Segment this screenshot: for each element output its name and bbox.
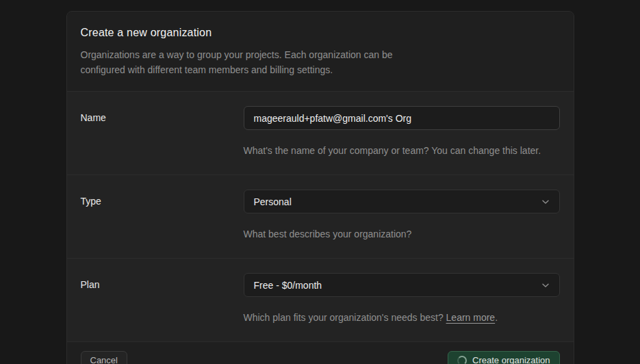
create-organization-button[interactable]: Create organization [448,351,559,364]
plan-helper-question: Which plan fits your organization's need… [244,312,444,323]
chevron-down-icon [540,196,551,207]
learn-more-link[interactable]: Learn more [446,312,496,323]
type-label: Type [81,196,101,207]
dialog-footer: Cancel Create organization [67,342,574,364]
create-organization-button-label: Create organization [472,355,550,364]
dialog-description: Organizations are a way to group your pr… [81,47,409,77]
cancel-button-label: Cancel [90,355,118,364]
page-title: Create a new organization [81,27,560,39]
dialog-header: Create a new organization Organizations … [67,12,574,92]
plan-helper-text: Which plan fits your organization's need… [244,310,560,325]
type-selected-value: Personal [254,196,292,207]
plan-label: Plan [81,279,100,290]
type-section: Type Personal What best describes your o… [67,175,574,259]
plan-helper-suffix: . [495,312,498,323]
organization-name-input[interactable] [244,106,560,130]
create-organization-dialog: Create a new organization Organizations … [66,11,574,364]
loading-spinner-icon [457,356,467,364]
name-label: Name [81,112,106,123]
plan-selected-value: Free - $0/month [254,280,322,291]
name-section: Name What's the name of your company or … [67,92,574,175]
name-helper-text: What's the name of your company or team?… [244,143,550,158]
plan-section: Plan Free - $0/month Which plan fits you… [67,259,574,342]
cancel-button[interactable]: Cancel [81,351,127,364]
type-select[interactable]: Personal [244,190,560,213]
chevron-down-icon [540,280,551,291]
plan-select[interactable]: Free - $0/month [244,273,560,297]
type-helper-text: What best describes your organization? [244,226,560,242]
